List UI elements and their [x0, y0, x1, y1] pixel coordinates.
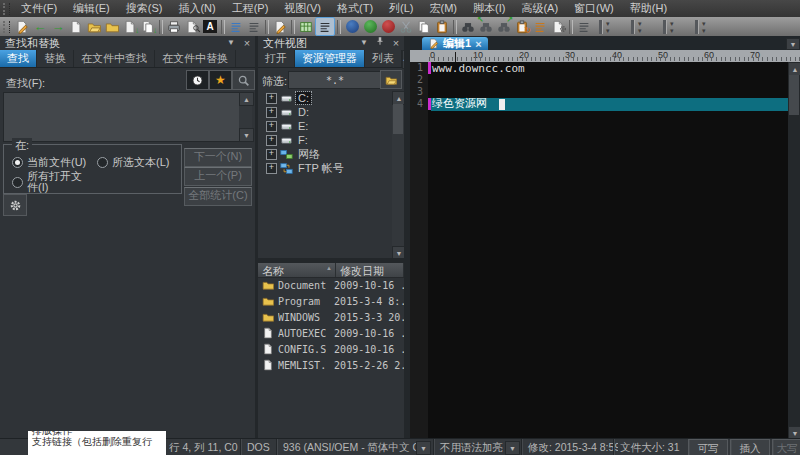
- menu-file[interactable]: 文件(F): [13, 0, 65, 17]
- syntax-dropdown-icon[interactable]: ▼: [505, 441, 520, 455]
- tab-close-icon[interactable]: ×: [475, 38, 481, 50]
- find-input-scrollbar[interactable]: ▲ ▼: [239, 92, 252, 140]
- menubar-grip[interactable]: [3, 3, 10, 15]
- find-next-button[interactable]: 下一个(N): [184, 148, 252, 167]
- scroll-up-icon[interactable]: ▲: [788, 62, 800, 76]
- expand-icon[interactable]: +: [266, 163, 277, 174]
- folder-icon[interactable]: [103, 18, 121, 35]
- column-mode-icon[interactable]: [297, 18, 315, 35]
- close-icon[interactable]: ×: [241, 36, 253, 50]
- tab-open-files[interactable]: 打开: [258, 50, 295, 67]
- tree-item-network[interactable]: + 网络: [258, 147, 404, 161]
- column-date[interactable]: 修改日期: [336, 263, 404, 277]
- collapsed-toolbar-2[interactable]: ▾▾: [631, 19, 657, 35]
- pin-icon[interactable]: [374, 36, 386, 51]
- file-row[interactable]: AUTOEXEC.BAT 2009-10-16 ...: [258, 325, 404, 341]
- expand-icon[interactable]: +: [266, 121, 277, 132]
- menu-advanced[interactable]: 高级(A): [513, 0, 566, 17]
- tab-find-in-files[interactable]: 在文件中查找: [74, 50, 155, 67]
- chevron-down-icon[interactable]: ▼: [358, 36, 370, 50]
- find-input[interactable]: [3, 92, 241, 142]
- paste-icon[interactable]: [433, 18, 451, 35]
- find-icon[interactable]: [459, 18, 477, 35]
- status-encoding[interactable]: 936 (ANSI/OEM - 简体中文 GBK): [276, 439, 421, 455]
- outline-icon[interactable]: [575, 18, 593, 35]
- tree-item-c[interactable]: + C:: [258, 91, 404, 105]
- tab-replace-in-files[interactable]: 在文件中替换: [155, 50, 236, 67]
- tab-explorer[interactable]: 资源管理器: [295, 50, 365, 67]
- scrollbar-thumb[interactable]: [789, 75, 799, 115]
- filter-input[interactable]: [288, 71, 382, 89]
- menu-edit[interactable]: 编辑(E): [65, 0, 118, 17]
- radio-all-open-files[interactable]: 所有打开文件(I): [12, 171, 92, 193]
- tab-find[interactable]: 查找: [0, 50, 37, 67]
- menu-help[interactable]: 帮助(H): [622, 0, 675, 17]
- tree-item-d[interactable]: + D:: [258, 105, 404, 119]
- editor-line-4[interactable]: 绿色资源网: [432, 98, 487, 110]
- editor-scrollbar[interactable]: ▲ ▼: [788, 62, 800, 438]
- toolbar-grip[interactable]: [3, 21, 10, 33]
- print-icon[interactable]: [165, 18, 183, 35]
- menu-insert[interactable]: 插入(N): [170, 0, 223, 17]
- menu-search[interactable]: 搜索(S): [118, 0, 171, 17]
- find-next-icon[interactable]: ↖: [477, 18, 495, 35]
- menu-format[interactable]: 格式(T): [329, 0, 381, 17]
- tree-item-f[interactable]: + F:: [258, 133, 404, 147]
- chevron-down-icon[interactable]: ▼: [225, 36, 237, 50]
- copy-icon[interactable]: [415, 18, 433, 35]
- tab-list[interactable]: 列表: [365, 50, 402, 67]
- menu-macro[interactable]: 宏(M): [422, 0, 466, 17]
- favorites-button[interactable]: ★: [209, 70, 232, 90]
- close-icon[interactable]: ×: [390, 36, 402, 50]
- tree-item-e[interactable]: + E:: [258, 119, 404, 133]
- expand-icon[interactable]: +: [266, 135, 277, 146]
- status-caps[interactable]: 大写: [772, 439, 800, 455]
- scroll-down-icon[interactable]: ▼: [239, 128, 254, 142]
- encoding-utf8-icon[interactable]: [361, 18, 379, 35]
- menu-window[interactable]: 窗口(W): [566, 0, 622, 17]
- expand-icon[interactable]: +: [266, 93, 277, 104]
- save-icon[interactable]: ↓: [121, 18, 139, 35]
- status-insert-mode[interactable]: 插入: [730, 439, 770, 455]
- scrollbar-thumb[interactable]: [393, 104, 403, 134]
- column-name[interactable]: 名称 ▲: [258, 263, 336, 277]
- count-all-button[interactable]: 全部统计(C): [184, 187, 252, 206]
- tab-list-dropdown-icon[interactable]: ▼: [786, 38, 800, 50]
- menu-view[interactable]: 视图(V): [276, 0, 329, 17]
- scroll-up-icon[interactable]: ▲: [239, 92, 254, 106]
- selected-line-highlight[interactable]: 绿色资源网: [431, 98, 788, 111]
- wrap-icon[interactable]: [245, 18, 263, 35]
- expand-icon[interactable]: +: [266, 107, 277, 118]
- find-options-button[interactable]: [3, 194, 27, 216]
- file-row[interactable]: WINDOWS 2015-3-3 20...: [258, 309, 404, 325]
- file-row[interactable]: CONFIG.SYS 2009-10-16 ...: [258, 341, 404, 357]
- collapsed-toolbar-1[interactable]: ▾▾: [599, 19, 625, 35]
- status-syntax[interactable]: 不用语法加亮: [433, 439, 510, 455]
- save-all-icon[interactable]: ↓: [139, 18, 157, 35]
- file-row[interactable]: Documents... 2009-10-16 ...: [258, 277, 404, 293]
- collapsed-toolbar-3[interactable]: ▾▾: [663, 19, 689, 35]
- replace-icon[interactable]: ↻: [513, 18, 531, 35]
- back-icon[interactable]: ←: [31, 18, 49, 35]
- print-preview-icon[interactable]: [183, 18, 201, 35]
- reformat-icon[interactable]: [227, 18, 245, 35]
- new-file-icon[interactable]: [67, 18, 85, 35]
- status-line-ending[interactable]: DOS: [240, 439, 279, 455]
- tree-item-ftp[interactable]: + FTP 帐号: [258, 161, 404, 175]
- cut-icon[interactable]: [397, 18, 415, 35]
- menu-column[interactable]: 列(L): [381, 0, 421, 17]
- list-view-icon[interactable]: [315, 17, 335, 36]
- mark-all-icon[interactable]: [531, 18, 549, 35]
- doc-settings-icon[interactable]: [549, 18, 567, 35]
- history-button[interactable]: [186, 70, 209, 90]
- quick-find-button[interactable]: [232, 70, 255, 90]
- editor-tab[interactable]: 编辑1 ×: [422, 37, 488, 50]
- encoding-big5-icon[interactable]: [379, 18, 397, 35]
- file-row[interactable]: MEMLIST.TXT 2015-2-26 2...: [258, 357, 404, 373]
- browse-folder-button[interactable]: [380, 70, 402, 89]
- tab-replace[interactable]: 替换: [37, 50, 74, 67]
- syntax-edit-icon[interactable]: [271, 18, 289, 35]
- encoding-dropdown-icon[interactable]: ▼: [416, 441, 431, 455]
- refresh-icon[interactable]: [13, 18, 31, 35]
- encoding-gbk-icon[interactable]: [343, 18, 361, 35]
